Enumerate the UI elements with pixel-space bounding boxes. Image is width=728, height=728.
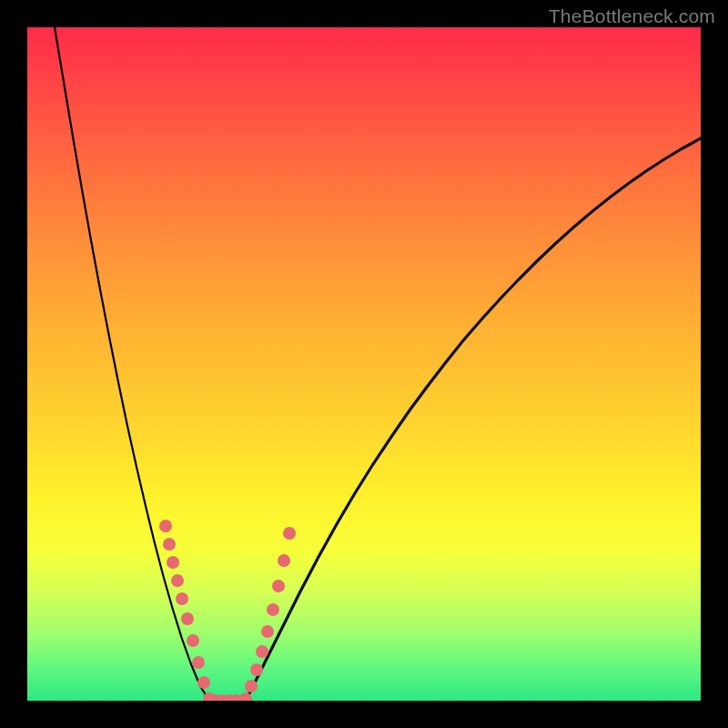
data-point	[176, 592, 188, 605]
chart-frame: TheBottleneck.com	[0, 0, 728, 728]
data-point	[167, 556, 179, 569]
data-point	[245, 680, 258, 693]
data-point	[197, 676, 210, 689]
data-point	[250, 663, 263, 676]
data-point	[159, 520, 172, 532]
watermark-text: TheBottleneck.com	[549, 5, 715, 27]
data-point	[267, 603, 279, 616]
data-point	[256, 645, 268, 658]
data-point	[163, 538, 176, 551]
data-point	[283, 527, 296, 540]
data-point	[171, 574, 184, 587]
bottleneck-curve	[55, 27, 701, 701]
data-point	[261, 625, 274, 638]
plot-area	[27, 27, 701, 701]
chart-svg	[27, 27, 701, 701]
data-point	[192, 656, 205, 669]
data-point	[181, 612, 194, 625]
data-point	[278, 554, 290, 567]
data-point	[187, 634, 199, 647]
bottleneck-curve-right-overlay	[246, 138, 701, 701]
data-point	[272, 580, 285, 592]
